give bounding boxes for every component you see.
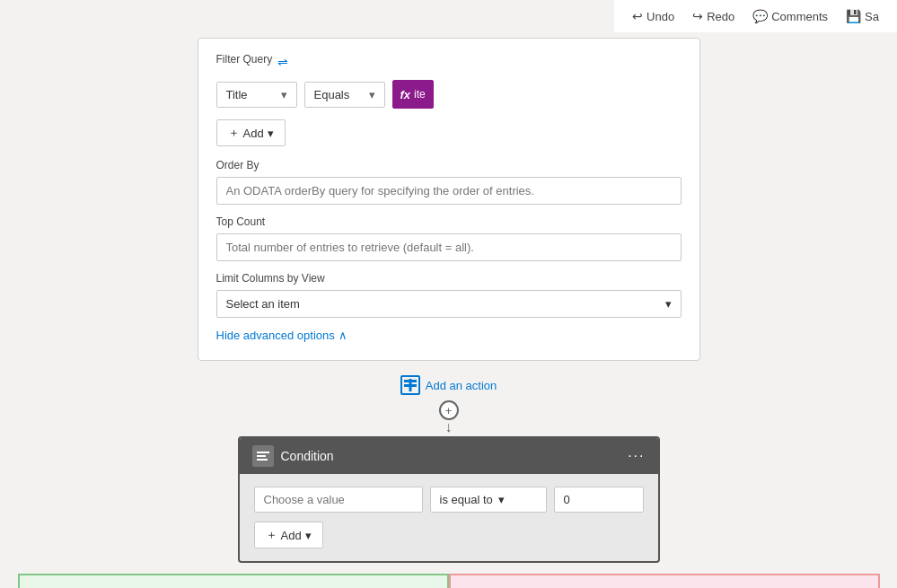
title-dropdown-label: Title [226, 88, 248, 101]
condition-compare-input[interactable] [554, 487, 644, 513]
connector: + ↓ [439, 400, 459, 434]
condition-icon [252, 445, 274, 467]
redo-icon: ↪ [692, 9, 703, 23]
condition-operator-dropdown[interactable]: is equal to ▾ [430, 487, 547, 513]
redo-button[interactable]: ↪ Redo [685, 5, 742, 27]
limit-columns-dropdown[interactable]: Select an item ▾ [216, 290, 682, 318]
limit-columns-label: Limit Columns by View [216, 272, 682, 285]
order-by-label: Order By [216, 159, 682, 171]
top-count-label: Top Count [216, 215, 682, 228]
comments-label: Comments [771, 10, 828, 23]
condition-title: Condition [281, 449, 334, 463]
condition-add-chevron-icon: ▾ [305, 529, 312, 542]
condition-row: is equal to ▾ [254, 487, 644, 513]
add-action-label: Add an action [426, 379, 497, 392]
add-button[interactable]: ＋ Add ▾ [216, 119, 286, 146]
title-chevron-icon: ▾ [281, 88, 287, 101]
connector-arrow-icon: ↓ [445, 420, 453, 434]
condition-operator-label: is equal to [440, 493, 493, 506]
fx-icon: fx [400, 88, 411, 101]
limit-columns-placeholder: Select an item [226, 297, 300, 311]
condition-value-input[interactable] [254, 487, 423, 513]
condition-body: is equal to ▾ ＋ Add ▾ [240, 474, 658, 561]
branch-yes: ✓ If yes [18, 574, 449, 588]
filter-icon: ⇌ [277, 55, 288, 69]
undo-label: Undo [646, 10, 674, 23]
canvas: Filter Query ⇌ Title ▾ Equals ▾ fx ite ＋… [0, 0, 897, 588]
undo-button[interactable]: ↩ Undo [625, 5, 682, 27]
svg-rect-4 [257, 455, 266, 457]
comments-icon: 💬 [752, 9, 768, 23]
condition-operator-chevron-icon: ▾ [498, 493, 505, 506]
condition-dots-menu[interactable]: ··· [628, 448, 645, 464]
add-plus-icon: ＋ [228, 125, 240, 141]
condition-header: Condition ··· [240, 438, 658, 474]
connector-plus[interactable]: + [439, 400, 459, 420]
limit-columns-section: Limit Columns by View Select an item ▾ [216, 272, 682, 318]
top-count-input[interactable] [216, 233, 682, 261]
condition-add-label: Add [281, 529, 302, 542]
svg-rect-5 [257, 459, 268, 461]
filter-row: Title ▾ Equals ▾ fx ite [216, 80, 682, 109]
top-bar: ↩ Undo ↪ Redo 💬 Comments 💾 Sa [614, 0, 897, 32]
hide-advanced-chevron-icon: ∧ [339, 329, 347, 342]
svg-rect-2 [409, 379, 411, 391]
add-chevron-icon: ▾ [268, 127, 274, 140]
fx-chip[interactable]: fx ite [392, 80, 434, 109]
order-by-section: Order By [216, 159, 682, 205]
save-label: Sa [865, 10, 879, 23]
hide-advanced-link[interactable]: Hide advanced options ∧ [216, 329, 682, 342]
equals-dropdown[interactable]: Equals ▾ [304, 82, 385, 108]
equals-dropdown-label: Equals [314, 88, 350, 101]
filter-query-header: Filter Query ⇌ [216, 53, 682, 71]
undo-icon: ↩ [632, 9, 643, 23]
branch-row: ✓ If yes ✕ If no [18, 574, 880, 588]
add-action-icon [400, 375, 420, 395]
hide-advanced-label: Hide advanced options [216, 329, 335, 342]
condition-add-plus-icon: ＋ [266, 527, 277, 543]
add-action-row[interactable]: Add an action [400, 375, 497, 395]
save-icon: 💾 [846, 9, 861, 23]
condition-card: Condition ··· is equal to ▾ ＋ Add ▾ [238, 436, 660, 563]
condition-header-left: Condition [252, 445, 334, 467]
svg-rect-3 [257, 452, 269, 453]
save-button[interactable]: 💾 Sa [839, 5, 886, 27]
branch-no: ✕ If no [449, 574, 880, 588]
top-count-section: Top Count [216, 215, 682, 261]
fx-value: ite [414, 88, 426, 101]
title-dropdown[interactable]: Title ▾ [216, 82, 297, 108]
condition-add-button[interactable]: ＋ Add ▾ [254, 522, 323, 549]
action-card: Filter Query ⇌ Title ▾ Equals ▾ fx ite ＋… [198, 38, 700, 361]
limit-columns-chevron-icon: ▾ [665, 297, 672, 311]
add-label: Add [243, 127, 264, 140]
order-by-input[interactable] [216, 177, 682, 205]
comments-button[interactable]: 💬 Comments [745, 5, 835, 27]
filter-query-label: Filter Query [216, 53, 273, 66]
redo-label: Redo [707, 10, 734, 23]
equals-chevron-icon: ▾ [369, 88, 375, 101]
